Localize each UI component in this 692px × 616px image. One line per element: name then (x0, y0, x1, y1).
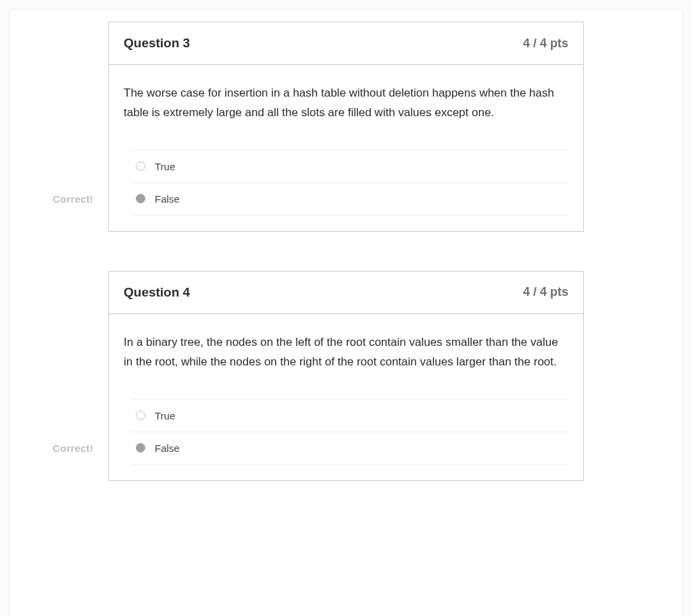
correct-badge: Correct! (53, 442, 93, 454)
radio-selected-icon (136, 443, 145, 453)
question-body: The worse case for insertion in a hash t… (109, 64, 583, 231)
question-text: In a binary tree, the nodes on the left … (124, 333, 568, 372)
question-points: 4 / 4 pts (523, 36, 568, 51)
answer-label: True (155, 161, 175, 172)
question-card: Question 4 4 / 4 pts In a binary tree, t… (108, 271, 584, 481)
correct-badge: Correct! (53, 193, 93, 205)
answer-option-true[interactable]: True (130, 399, 568, 432)
question-block-3: Question 3 4 / 4 pts The worse case for … (108, 22, 584, 232)
question-card: Question 3 4 / 4 pts The worse case for … (108, 22, 584, 232)
quiz-page: Question 3 4 / 4 pts The worse case for … (10, 10, 682, 616)
question-header: Question 3 4 / 4 pts (109, 22, 583, 64)
answer-option-false[interactable]: Correct! False (130, 432, 568, 465)
answer-label: True (155, 410, 175, 421)
radio-unselected-icon (136, 161, 145, 171)
question-title: Question 3 (124, 36, 190, 51)
answer-label: False (155, 193, 180, 205)
question-block-4: Question 4 4 / 4 pts In a binary tree, t… (108, 271, 584, 481)
answer-option-false[interactable]: Correct! False (130, 182, 568, 215)
question-body: In a binary tree, the nodes on the left … (109, 313, 583, 480)
question-title: Question 4 (124, 285, 190, 300)
question-header: Question 4 4 / 4 pts (109, 272, 583, 313)
question-points: 4 / 4 pts (523, 285, 568, 299)
radio-selected-icon (136, 194, 145, 203)
radio-unselected-icon (136, 411, 145, 420)
answer-label: False (155, 442, 180, 454)
answer-option-true[interactable]: True (130, 150, 568, 182)
question-text: The worse case for insertion in a hash t… (124, 84, 568, 123)
